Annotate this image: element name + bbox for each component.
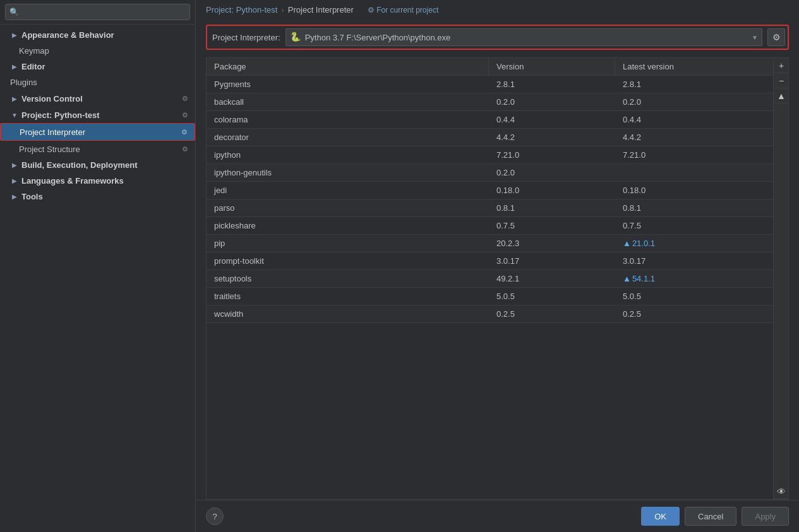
arrow-icon: ▶: [10, 94, 19, 103]
sidebar-item-label: Build, Execution, Deployment: [21, 160, 190, 170]
sidebar-item-build-execution-deployment[interactable]: ▶ Build, Execution, Deployment: [0, 157, 195, 173]
eye-button[interactable]: 👁: [774, 484, 789, 499]
settings-icon: ⚙: [179, 127, 189, 137]
sidebar-item-tools[interactable]: ▶ Tools: [0, 189, 195, 204]
package-latest: ▲54.1.1: [615, 270, 773, 287]
col-latest-version: Latest version: [615, 58, 773, 75]
table-row[interactable]: ipython-genutils0.2.0: [207, 164, 773, 182]
package-table-wrap: Package Version Latest version Pygments2…: [206, 57, 789, 500]
search-icon: 🔍: [9, 8, 19, 16]
search-input[interactable]: [21, 8, 186, 17]
breadcrumb-current: Project Interpreter: [288, 5, 354, 15]
sidebar-nav: ▶ Appearance & Behavior Keymap ▶ Editor …: [0, 25, 195, 532]
sidebar-item-keymap[interactable]: Keymap: [0, 43, 195, 59]
search-bar: 🔍: [0, 0, 195, 25]
package-latest: [615, 164, 773, 181]
cancel-button[interactable]: Cancel: [685, 507, 736, 526]
package-version: 0.18.0: [489, 182, 615, 199]
sidebar-item-label: Appearance & Behavior: [21, 30, 190, 40]
package-latest: 2.8.1: [615, 76, 773, 93]
package-version: 7.21.0: [489, 146, 615, 163]
table-row[interactable]: traitlets5.0.55.0.5: [207, 288, 773, 305]
package-name: pip: [207, 235, 489, 252]
package-latest: 0.2.5: [615, 305, 773, 322]
sidebar-item-label: Plugins: [10, 78, 190, 87]
gear-icon: ⚙: [772, 32, 781, 42]
interpreter-select[interactable]: 🐍 Python 3.7 F:\Server\Python\python.exe…: [285, 28, 762, 46]
sidebar-item-appearance-behavior[interactable]: ▶ Appearance & Behavior: [0, 27, 195, 43]
package-name: setuptools: [207, 270, 489, 287]
latest-version-value: 21.0.1: [632, 239, 655, 248]
sidebar-item-languages-frameworks[interactable]: ▶ Languages & Frameworks: [0, 173, 195, 189]
apply-button[interactable]: Apply: [742, 507, 789, 526]
sidebar-item-version-control[interactable]: ▶ Version Control ⚙: [0, 90, 195, 107]
package-version: 0.7.5: [489, 217, 615, 234]
package-version: 0.2.5: [489, 305, 615, 322]
sidebar-item-label: Project Interpreter: [20, 127, 177, 137]
package-version: 5.0.5: [489, 288, 615, 305]
table-row[interactable]: backcall0.2.00.2.0: [207, 93, 773, 111]
package-latest: 4.4.2: [615, 129, 773, 146]
scroll-up-button[interactable]: ▲: [774, 88, 789, 103]
sidebar-item-project-structure[interactable]: Project Structure ⚙: [0, 141, 195, 157]
add-package-button[interactable]: +: [774, 58, 789, 73]
sidebar-item-editor[interactable]: ▶ Editor: [0, 59, 195, 74]
table-row[interactable]: pip20.2.3▲21.0.1: [207, 235, 773, 252]
sidebar-item-plugins[interactable]: Plugins: [0, 74, 195, 90]
table-row[interactable]: Pygments2.8.12.8.1: [207, 76, 773, 93]
package-table: Package Version Latest version Pygments2…: [207, 58, 773, 499]
table-row[interactable]: decorator4.4.24.4.2: [207, 129, 773, 146]
package-name: pickleshare: [207, 217, 489, 234]
settings-icon: ⚙: [180, 144, 190, 154]
table-row[interactable]: jedi0.18.00.18.0: [207, 182, 773, 199]
table-row[interactable]: ipython7.21.07.21.0: [207, 146, 773, 164]
package-name: backcall: [207, 93, 489, 110]
package-name: parso: [207, 199, 489, 216]
arrow-icon: ▶: [10, 62, 19, 71]
bottom-bar: ? OK Cancel Apply: [196, 500, 799, 532]
breadcrumb: Project: Python-test › Project Interpret…: [196, 0, 799, 20]
col-package: Package: [207, 58, 489, 75]
table-body: Pygments2.8.12.8.1backcall0.2.00.2.0colo…: [207, 76, 773, 323]
remove-package-button[interactable]: −: [774, 73, 789, 88]
sidebar-item-label: Keymap: [19, 46, 190, 56]
package-name: ipython: [207, 146, 489, 163]
sidebar-item-label: Project Structure: [19, 145, 177, 154]
help-button[interactable]: ?: [206, 507, 224, 525]
table-row[interactable]: pickleshare0.7.50.7.5: [207, 217, 773, 235]
package-version: 3.0.17: [489, 252, 615, 269]
content-panel: Project: Python-test › Project Interpret…: [196, 0, 799, 532]
arrow-icon: ▶: [10, 161, 19, 170]
sidebar-item-label: Project: Python-test: [21, 110, 177, 120]
table-row[interactable]: setuptools49.2.1▲54.1.1: [207, 270, 773, 288]
sidebar-item-project-python-test[interactable]: ▼ Project: Python-test ⚙: [0, 107, 195, 123]
interpreter-settings-button[interactable]: ⚙: [767, 28, 785, 46]
table-row[interactable]: parso0.8.10.8.1: [207, 199, 773, 217]
table-row[interactable]: colorama0.4.40.4.4: [207, 111, 773, 129]
interpreter-row: Project Interpreter: 🐍 Python 3.7 F:\Ser…: [206, 25, 789, 50]
package-version: 0.4.4: [489, 111, 615, 128]
search-wrap[interactable]: 🔍: [5, 4, 190, 20]
package-name: Pygments: [207, 76, 489, 93]
package-version: 0.8.1: [489, 199, 615, 216]
arrow-icon: ▶: [10, 31, 19, 40]
col-version: Version: [489, 58, 615, 75]
package-name: decorator: [207, 129, 489, 146]
breadcrumb-for-project[interactable]: ⚙ For current project: [368, 6, 438, 15]
arrow-icon: ▶: [10, 177, 19, 186]
ok-button[interactable]: OK: [641, 507, 680, 526]
package-latest: 0.7.5: [615, 217, 773, 234]
sidebar-item-label: Languages & Frameworks: [21, 176, 190, 186]
breadcrumb-project-link[interactable]: Project: Python-test: [206, 5, 277, 15]
table-row[interactable]: prompt-toolkit3.0.173.0.17: [207, 252, 773, 270]
sidebar-item-project-interpreter[interactable]: Project Interpreter ⚙: [0, 123, 195, 141]
sidebar-item-label: Version Control: [21, 94, 177, 103]
table-row[interactable]: wcwidth0.2.50.2.5: [207, 305, 773, 323]
package-version: 0.2.0: [489, 164, 615, 181]
dropdown-arrow-icon: ▼: [752, 34, 758, 41]
package-latest: 3.0.17: [615, 252, 773, 269]
package-version: 2.8.1: [489, 76, 615, 93]
package-latest: 7.21.0: [615, 146, 773, 163]
package-latest: 0.4.4: [615, 111, 773, 128]
package-name: traitlets: [207, 288, 489, 305]
